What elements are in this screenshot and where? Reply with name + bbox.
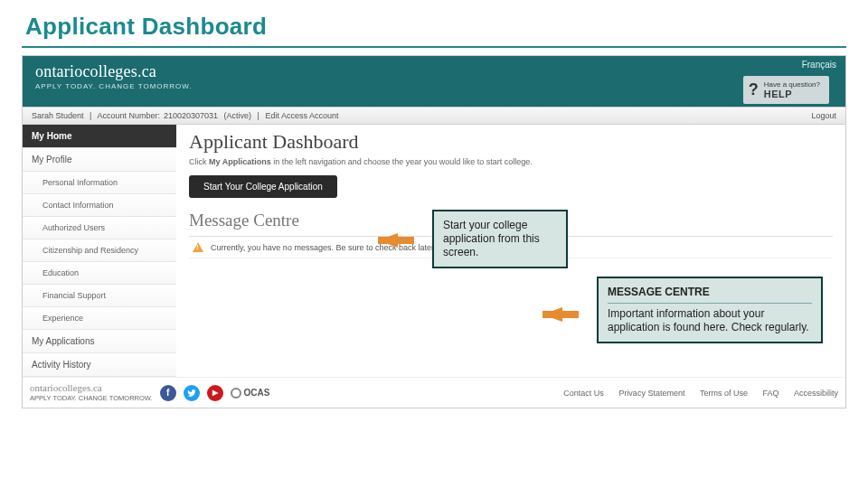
site-brand: ontariocolleges.ca [35, 63, 833, 80]
sidebar-item-education[interactable]: Education [23, 262, 176, 285]
sidebar-item-financial-support[interactable]: Financial Support [23, 285, 176, 307]
ocas-dot-icon [231, 388, 241, 399]
youtube-icon[interactable]: ▶ [207, 385, 223, 401]
page-heading: Applicant Dashboard [189, 130, 833, 154]
footer-links: Contact Us Privacy Statement Terms of Us… [551, 389, 838, 398]
edit-access-account-link[interactable]: Edit Access Account [265, 111, 338, 120]
footer-link-contact[interactable]: Contact Us [563, 389, 604, 398]
sidebar-item-activity-history[interactable]: Activity History [23, 353, 176, 377]
slide-title-rule [22, 46, 846, 48]
sidebar-item-experience[interactable]: Experience [23, 307, 176, 330]
account-bar: Sarah Student | Account Number:210020307… [23, 107, 845, 125]
account-number-label: Account Number: [97, 111, 160, 120]
site-footer: ontariocolleges.ca APPLY TODAY. CHANGE T… [23, 377, 845, 408]
warning-icon [193, 242, 203, 252]
lead-suffix: in the left navigation and choose the ye… [271, 157, 533, 166]
twitter-icon[interactable] [184, 385, 200, 401]
footer-link-privacy[interactable]: Privacy Statement [618, 389, 684, 398]
help-button[interactable]: ? Have a question? HELP [743, 76, 829, 104]
callout-msg-body: Important information about your applica… [608, 307, 809, 333]
callout-msg-title: MESSAGE CENTRE [608, 286, 710, 298]
page-lead-text: Click My Applications in the left naviga… [189, 157, 833, 166]
sidebar-item-my-applications[interactable]: My Applications [23, 330, 176, 353]
ocas-text: OCAS [244, 388, 270, 398]
sidebar-nav: My Home My Profile Personal Information … [23, 125, 176, 377]
site-header: Français ontariocolleges.ca APPLY TODAY.… [23, 56, 845, 107]
account-number: 210020307031 [164, 111, 218, 120]
help-label: HELP [764, 89, 820, 99]
sidebar-item-personal-information[interactable]: Personal Information [23, 172, 176, 194]
footer-link-terms[interactable]: Terms of Use [700, 389, 748, 398]
start-application-button[interactable]: Start Your College Application [189, 175, 337, 198]
question-mark-icon: ? [749, 80, 759, 99]
footer-link-accessibility[interactable]: Accessibility [794, 389, 838, 398]
sidebar-item-my-profile[interactable]: My Profile [23, 148, 176, 172]
sidebar-item-citizenship-residency[interactable]: Citizenship and Residency [23, 239, 176, 262]
slide-title: Applicant Dashboard [0, 0, 868, 44]
site-tagline: APPLY TODAY. CHANGE TOMORROW. [35, 82, 833, 90]
footer-brand: ontariocolleges.ca [30, 383, 153, 393]
language-toggle-link[interactable]: Français [802, 60, 836, 70]
sidebar-item-authorized-users[interactable]: Authorized Users [23, 217, 176, 239]
callout-start-application: Start your college application from this… [432, 210, 568, 268]
lead-prefix: Click [189, 157, 209, 166]
message-text: Currently, you have no messages. Be sure… [211, 243, 436, 252]
sidebar-item-my-home[interactable]: My Home [23, 125, 176, 148]
footer-brand-tag: APPLY TODAY. CHANGE TOMORROW. [30, 394, 153, 402]
help-subtitle: Have a question? [764, 81, 820, 89]
sidebar-item-contact-information[interactable]: Contact Information [23, 194, 176, 217]
arrow-icon [378, 233, 398, 248]
facebook-icon[interactable]: f [160, 385, 176, 401]
lead-bold: My Applications [209, 157, 271, 166]
arrow-icon [542, 307, 562, 322]
footer-link-faq[interactable]: FAQ [762, 389, 778, 398]
logout-link[interactable]: Logout [811, 111, 836, 120]
callout-message-centre: MESSAGE CENTRE Important information abo… [597, 277, 823, 343]
account-status: (Active) [224, 111, 252, 120]
account-user: Sarah Student [32, 111, 84, 120]
ocas-logo: OCAS [231, 388, 270, 399]
